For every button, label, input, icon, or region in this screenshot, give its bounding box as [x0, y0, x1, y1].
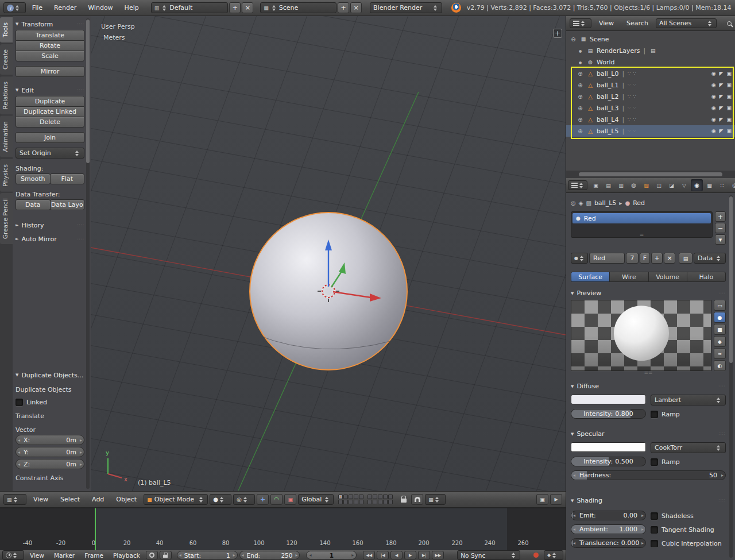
layer-cell[interactable] — [373, 500, 377, 504]
scene-selector[interactable]: ▦ Scene — [260, 2, 336, 13]
jump-to-end-button[interactable]: ▶▶ — [432, 551, 444, 559]
eye-icon[interactable]: ◉ — [711, 82, 716, 88]
nodes-icon[interactable]: ◈ — [579, 200, 583, 206]
outliner-scrollbar[interactable] — [566, 171, 735, 178]
layer-cell[interactable] — [373, 495, 377, 499]
render-engine-selector[interactable]: Blender Render — [370, 2, 442, 13]
start-frame-field[interactable]: Start: 1 — [177, 551, 238, 559]
outliner-row-ball-l5[interactable]: ⊕ △ ball_L5 | ∵ ∵ ◉ ◤ ▣ — [566, 125, 735, 137]
menu-render[interactable]: Render — [49, 4, 82, 11]
users-count-button[interactable]: 7 — [626, 253, 639, 264]
expand-icon[interactable]: ⊕ — [577, 71, 584, 77]
redo-panel-header[interactable]: ▼ Duplicate Objects... — [16, 369, 84, 381]
lock-to-scene-button[interactable] — [397, 494, 409, 505]
add-slot-button[interactable]: + — [715, 211, 726, 222]
eye-icon[interactable]: ◉ — [711, 105, 716, 111]
outliner-row-ball-l4[interactable]: ⊕ △ ball_L4 | ∵ ∵ ◉ ◤ ▣ — [566, 114, 735, 125]
breadcrumb-object[interactable]: ball_L5 — [594, 199, 616, 207]
slot-specials-button[interactable]: ▾ — [715, 234, 726, 245]
layer-cell[interactable] — [368, 500, 372, 504]
cursor-icon[interactable]: ◤ — [719, 82, 724, 88]
menu-marker[interactable]: Marker — [50, 552, 79, 559]
shade-smooth-button[interactable]: Smooth — [16, 173, 51, 184]
outliner-row-world[interactable]: ● ◍ World — [566, 56, 735, 68]
layer-cell[interactable] — [349, 500, 353, 504]
breadcrumb-material[interactable]: Red — [633, 199, 645, 207]
layer-cell[interactable] — [354, 500, 358, 504]
cursor-icon[interactable]: ◤ — [719, 128, 724, 134]
tab-render-layers[interactable]: ▤ — [602, 179, 614, 191]
pivot-point-selector[interactable]: ◎ — [233, 494, 255, 505]
new-material-button[interactable]: + — [651, 253, 663, 264]
add-scene-button[interactable]: + — [338, 2, 349, 13]
set-origin-dropdown[interactable]: Set Origin — [16, 148, 84, 159]
duplicate-button[interactable]: Duplicate — [16, 96, 84, 107]
layer-cell[interactable] — [349, 495, 353, 499]
opengl-render-button[interactable]: ▣ — [536, 494, 548, 505]
menu-frame[interactable]: Frame — [80, 552, 107, 559]
keying-set-selector[interactable]: ◆ — [544, 550, 563, 560]
delete-layout-button[interactable]: × — [242, 2, 253, 13]
preview-world-button[interactable]: ◐ — [714, 360, 726, 371]
remove-slot-button[interactable]: − — [715, 223, 726, 233]
emit-slider[interactable]: Emit: 0.00 — [571, 511, 646, 520]
expand-icon[interactable]: ⊕ — [577, 117, 584, 123]
expand-icon[interactable]: ⊕ — [577, 82, 584, 88]
eye-icon[interactable]: ◉ — [711, 94, 716, 99]
tab-material[interactable]: ◉ — [691, 179, 703, 191]
outliner-scope-selector[interactable]: All Scenes — [656, 18, 717, 28]
layer-cell[interactable] — [368, 495, 372, 499]
layer-cell[interactable] — [354, 495, 358, 499]
menu-file[interactable]: File — [27, 4, 48, 11]
viewport-shading-selector[interactable]: ● — [210, 494, 231, 505]
jump-to-start-button[interactable]: ◀◀ — [363, 551, 375, 559]
editor-type-selector[interactable]: ▧ — [3, 494, 26, 505]
data-transfer-button[interactable]: Data — [16, 199, 51, 210]
screen-layout-selector[interactable]: ▥ Default — [151, 2, 229, 13]
material-slot-active[interactable]: ● Red — [572, 213, 711, 223]
linked-checkbox[interactable]: Linked — [16, 397, 84, 407]
manipulator-scale-button[interactable]: ▣ — [284, 494, 296, 505]
tab-object-data[interactable]: ▽ — [678, 179, 690, 191]
delete-scene-button[interactable]: × — [350, 2, 362, 13]
tab-scene[interactable]: ▥ — [615, 179, 627, 191]
editor-type-selector[interactable] — [2, 550, 24, 560]
tab-constraints[interactable]: ◫ — [653, 179, 665, 191]
preview-hair-button[interactable]: ≈ — [714, 348, 726, 359]
preview-monkey-button[interactable]: ◆ — [714, 336, 726, 347]
layer-cell[interactable] — [388, 500, 393, 504]
browse-material-button[interactable]: ● — [571, 253, 588, 264]
specular-panel-header[interactable]: ▼ Specular ∷∷ — [571, 428, 726, 439]
jump-prev-keyframe-button[interactable]: |◀ — [377, 551, 389, 559]
history-panel-header[interactable]: ► History ∷∷ — [16, 219, 84, 231]
tab-relations[interactable]: Relations — [0, 76, 13, 114]
current-frame-field[interactable]: 1 — [306, 551, 357, 559]
lock-time-button[interactable] — [160, 551, 172, 559]
preview-flat-button[interactable]: ▭ — [714, 300, 726, 311]
camera-icon[interactable]: ▣ — [726, 82, 732, 88]
camera-icon[interactable]: ▣ — [726, 105, 732, 111]
specular-hardness-slider[interactable]: Hardness: 50 — [571, 470, 726, 480]
shade-flat-button[interactable]: Flat — [50, 173, 85, 184]
end-frame-field[interactable]: End: 250 — [239, 551, 300, 559]
vector-y-field[interactable]: Y: 0m — [16, 447, 84, 457]
cursor-icon[interactable]: ◤ — [719, 105, 724, 111]
tab-create[interactable]: Create — [0, 44, 13, 75]
layer-cell[interactable] — [383, 500, 388, 504]
auto-mirror-panel-header[interactable]: ► Auto Mirror ∷∷ — [16, 233, 84, 245]
layer-cell[interactable] — [359, 500, 363, 504]
cursor-icon[interactable]: ◤ — [719, 71, 724, 76]
menu-search[interactable]: Search — [621, 20, 653, 27]
tab-render[interactable]: ▣ — [590, 179, 602, 191]
diffuse-intensity-slider[interactable]: Intensity: 0.800 — [571, 409, 646, 419]
editor-type-selector[interactable] — [570, 18, 591, 28]
material-slot-list[interactable]: ● Red ≡ — [571, 211, 713, 238]
shading-panel-header[interactable]: ▼ Shading ∷∷ — [571, 495, 726, 506]
expand-icon[interactable]: ⊕ — [577, 105, 584, 111]
join-button[interactable]: Join — [16, 132, 84, 143]
snap-toggle-button[interactable] — [411, 494, 423, 505]
av-sync-selector[interactable]: No Sync — [457, 550, 520, 560]
menu-object[interactable]: Object — [111, 496, 142, 503]
specular-intensity-slider[interactable]: Intensity: 0.500 — [571, 457, 646, 466]
tab-tools[interactable]: Tools — [0, 17, 13, 43]
